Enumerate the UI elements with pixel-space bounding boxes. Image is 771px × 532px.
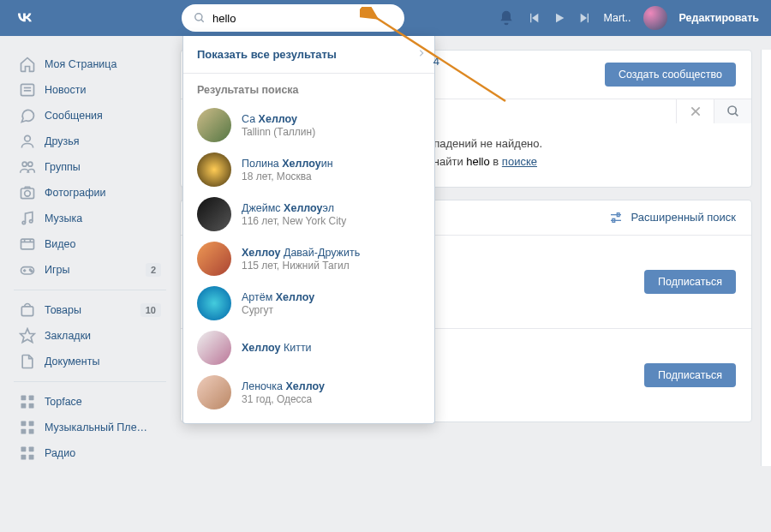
svg-point-5	[25, 135, 31, 141]
svg-rect-32	[29, 447, 34, 452]
nav-separator	[14, 381, 166, 382]
suggestion-name: Хеллоу Давай-Дружить	[242, 246, 360, 260]
nav-item-photo[interactable]: Фотографии	[14, 180, 166, 206]
header-username[interactable]: Mart..	[604, 12, 631, 24]
suggestion-item[interactable]: Хеллоу Китти	[183, 326, 434, 370]
svg-point-7	[28, 162, 33, 166]
header-avatar[interactable]	[643, 6, 667, 30]
groups-icon	[19, 158, 36, 176]
suggestion-item[interactable]: Леночка Хеллоу31 год, Одесса	[183, 370, 434, 415]
result-count-fragment: 4	[433, 55, 439, 68]
svg-line-38	[735, 113, 738, 116]
sliders-icon	[609, 211, 623, 224]
suggestion-avatar	[197, 286, 231, 320]
nav-badge: 10	[140, 303, 161, 317]
svg-rect-30	[29, 429, 34, 434]
global-search-link[interactable]: поиске	[502, 155, 537, 168]
show-all-results-link[interactable]: Показать все результаты	[183, 36, 434, 73]
search-icon	[726, 105, 740, 118]
svg-point-0	[195, 14, 202, 21]
app-icon	[19, 393, 36, 410]
svg-rect-21	[21, 307, 33, 316]
suggestion-avatar	[197, 152, 231, 187]
nav-item-star[interactable]: Закладки	[14, 323, 166, 349]
nav-label: Документы	[45, 356, 161, 368]
svg-line-1	[201, 20, 204, 22]
suggestion-avatar	[197, 242, 231, 276]
subscribe-button[interactable]: Подписаться	[644, 363, 736, 387]
svg-rect-31	[21, 447, 27, 452]
svg-point-10	[22, 221, 25, 224]
nav-item-app[interactable]: Музыкальный Пле…	[14, 415, 166, 440]
nav-item-msg[interactable]: Сообщения	[14, 103, 166, 129]
top-header: Mart.. Редактировать	[0, 0, 771, 36]
nav-label: Фотографии	[45, 187, 161, 199]
svg-rect-27	[21, 421, 27, 427]
suggestion-item[interactable]: Джеймс Хеллоуэл116 лет, New York City	[183, 192, 434, 236]
nav-item-games[interactable]: Игры2	[14, 257, 166, 283]
nav-item-app[interactable]: Радио	[14, 440, 166, 466]
nav-item-video[interactable]: Видео	[14, 231, 166, 257]
nav-item-app[interactable]: Topface	[14, 389, 166, 415]
svg-point-11	[30, 220, 33, 223]
nav-label: Друзья	[45, 135, 161, 147]
nav-badge: 2	[146, 263, 161, 277]
suggestion-item[interactable]: Са ХеллоуTallinn (Таллин)	[183, 103, 434, 147]
suggestion-item[interactable]: Артём ХеллоуСургут	[183, 281, 434, 326]
games-icon	[19, 261, 36, 278]
suggestion-meta: Сургут	[242, 304, 314, 316]
music-icon	[19, 210, 36, 227]
nav-item-home[interactable]: Моя Страница	[14, 51, 166, 77]
nav-label: Товары	[45, 304, 140, 316]
search-submit-button[interactable]	[714, 99, 751, 123]
search-icon	[194, 12, 206, 24]
nav-item-groups[interactable]: Группы	[14, 154, 166, 180]
nav-item-doc[interactable]: Документы	[14, 349, 166, 374]
nav-label: Закладки	[45, 330, 161, 342]
nav-label: Новости	[45, 84, 161, 96]
home-icon	[19, 56, 36, 73]
suggestion-meta: 116 лет, New York City	[242, 215, 346, 227]
global-search-input[interactable]	[212, 12, 392, 25]
suggestion-item[interactable]: Хеллоу Давай-Дружить115 лет, Нижний Таги…	[183, 236, 434, 281]
create-community-button[interactable]: Создать сообщество	[605, 63, 736, 87]
chevron-right-icon	[417, 47, 426, 62]
player-prev-icon[interactable]	[527, 11, 541, 25]
news-icon	[19, 81, 36, 99]
notifications-icon[interactable]	[498, 9, 515, 27]
suggestion-meta: Tallinn (Таллин)	[242, 126, 315, 138]
svg-rect-34	[29, 455, 34, 460]
player-next-icon[interactable]	[578, 11, 592, 25]
star-icon	[19, 327, 36, 344]
nav-item-music[interactable]: Музыка	[14, 206, 166, 231]
svg-rect-23	[21, 396, 27, 401]
svg-rect-25	[21, 403, 27, 409]
app-icon	[19, 419, 36, 436]
nav-item-news[interactable]: Новости	[14, 77, 166, 103]
svg-point-9	[25, 191, 31, 197]
header-edit-link[interactable]: Редактировать	[679, 12, 759, 24]
svg-rect-28	[29, 421, 34, 427]
subscribe-button[interactable]: Подписаться	[644, 270, 736, 294]
results-section-label: Результаты поиска	[183, 74, 434, 103]
clear-search-button[interactable]	[676, 99, 714, 123]
nav-item-bag[interactable]: Товары10	[14, 297, 166, 323]
app-icon	[19, 445, 36, 462]
global-search[interactable]	[182, 4, 404, 32]
suggestion-avatar	[197, 108, 231, 142]
nav-item-friends[interactable]: Друзья	[14, 129, 166, 154]
friends-icon	[19, 133, 36, 150]
vk-logo[interactable]	[12, 6, 36, 30]
nav-label: Моя Страница	[45, 58, 161, 70]
player-play-icon[interactable]	[553, 11, 566, 25]
suggestion-name: Артём Хеллоу	[242, 290, 314, 304]
svg-point-37	[728, 106, 736, 114]
nav-label: Группы	[45, 161, 161, 173]
close-icon	[689, 105, 702, 118]
suggestion-avatar	[197, 375, 231, 409]
suggestion-item[interactable]: Полина Хеллоуин18 лет, Москва	[183, 147, 434, 192]
msg-icon	[19, 107, 36, 124]
suggestion-name: Джеймс Хеллоуэл	[242, 201, 346, 215]
nav-label: Радио	[45, 447, 161, 459]
suggestion-name: Хеллоу Китти	[242, 341, 312, 355]
